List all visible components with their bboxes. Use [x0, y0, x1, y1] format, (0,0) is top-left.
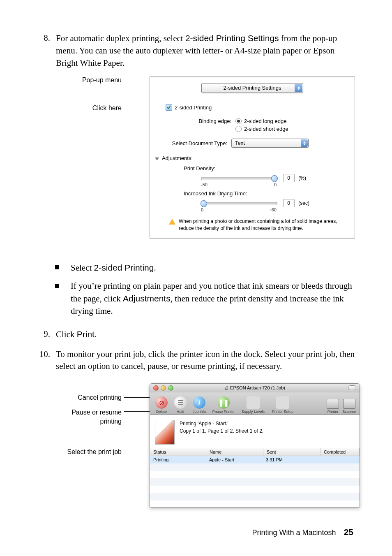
drying-time-unit: (sec) [298, 200, 309, 206]
callout-popup-menu: Pop-up menu [54, 76, 122, 84]
step-number: 8. [32, 32, 56, 69]
ui-term-print: Print [77, 329, 95, 339]
print-density-label: Print Density: [184, 165, 343, 171]
tick: -50 [201, 182, 208, 187]
text: . [95, 329, 97, 339]
printer-mode-button[interactable]: Printer [325, 399, 341, 414]
tick: 0 [274, 182, 277, 187]
print-settings-panel: 2-sided Printing Settings 2-sided Printi… [150, 76, 355, 238]
step-body: For automatic duplex printing, select 2-… [56, 32, 355, 69]
radio-short-edge-label: 2-sided short edge [244, 126, 288, 132]
window-title: EPSON Artisan 720 (1 Job) [230, 385, 285, 390]
drying-time-value[interactable]: 0 [283, 199, 295, 207]
ui-term-2sided-printing: 2-sided Printing [94, 263, 154, 272]
warning-text: When printing a photo or document contai… [179, 218, 343, 231]
bullet-adjustments: If you’re printing on plain paper and yo… [55, 280, 355, 317]
hold-button[interactable]: ☰Hold [171, 396, 189, 414]
step-number: 10. [32, 348, 56, 373]
cell-sent: 3:31 PM [263, 456, 319, 463]
col-sent[interactable]: Sent [263, 448, 321, 456]
bullet-icon [55, 284, 59, 288]
binding-edge-label: Binding edge: [166, 118, 231, 124]
cell-name: Apple - Start [206, 456, 263, 463]
tick: +60 [269, 207, 277, 212]
delete-button[interactable]: ⊘Delete [152, 396, 171, 414]
minimize-icon[interactable] [161, 385, 166, 391]
cell-status: Printing [150, 456, 206, 463]
cell-completed [319, 456, 360, 463]
printer-setup-button[interactable]: Printer Setup [268, 396, 297, 414]
popup-menu-select[interactable]: 2-sided Printing Settings [201, 83, 303, 93]
stepper-arrows-icon [301, 139, 308, 147]
callout-select-job: Select the print job [54, 447, 122, 456]
checkbox-2sided[interactable] [166, 104, 172, 111]
text: Select [71, 263, 94, 273]
close-icon[interactable] [153, 385, 159, 391]
radio-long-edge-label: 2-sided long edge [244, 118, 286, 124]
leader-line [124, 451, 150, 451]
bullet-icon [55, 265, 59, 269]
page-footer: Printing With a Macintosh 25 [252, 527, 353, 537]
step-number: 9. [32, 328, 56, 341]
window-titlebar: 🖨 EPSON Artisan 720 (1 Job) [150, 384, 360, 392]
radio-short-edge[interactable] [235, 126, 242, 132]
callout-pause-resume: Pause or resume printing [54, 408, 122, 426]
supply-levels-button[interactable]: Supply Levels [239, 396, 267, 414]
scanner-mode-button[interactable]: Scanner [341, 399, 357, 414]
bullet-select-2sided: Select 2-sided Printing. [55, 262, 355, 274]
queue-header: Status Name Sent Completed [150, 448, 360, 456]
figure-print-queue: Cancel printing Pause or resume printing… [54, 383, 355, 515]
callout-click-here: Click here [54, 104, 122, 112]
text: To monitor your print job, click the pri… [56, 348, 355, 373]
step-8: 8. For automatic duplex printing, select… [32, 32, 355, 69]
toolbar-toggle-icon[interactable] [348, 385, 356, 390]
step-10: 10. To monitor your print job, click the… [32, 348, 355, 373]
page-number: 25 [344, 527, 353, 537]
job-thumbnail [155, 420, 175, 445]
disclosure-triangle-icon[interactable] [155, 158, 159, 160]
doc-type-select[interactable]: Text [231, 139, 309, 148]
tick: 0 [201, 207, 203, 212]
print-density-slider[interactable] [201, 177, 277, 180]
stepper-arrows-icon [295, 84, 302, 92]
queue-row[interactable]: Printing Apple - Start 3:31 PM [150, 456, 360, 463]
callout-cancel: Cancel printing [54, 394, 122, 401]
leader-line [124, 80, 149, 80]
doc-type-label: Select Document Type: [166, 140, 227, 146]
col-name[interactable]: Name [206, 448, 263, 456]
queue-empty-rows [150, 463, 360, 507]
text: Click [56, 329, 77, 339]
warning-icon [169, 219, 175, 225]
print-queue-window: 🖨 EPSON Artisan 720 (1 Job) ⊘Delete ☰Hol… [150, 383, 360, 507]
print-density-unit: (%) [298, 175, 306, 181]
toolbar: ⊘Delete ☰Hold iJob Info ❚❚Pause Printer … [150, 392, 360, 415]
adjustments-label: Adjustments: [162, 155, 193, 161]
progress-line-2: Copy 1 of 1, Page 1 of 2, Sheet 1 of 2. [180, 427, 263, 435]
pause-printer-button[interactable]: ❚❚Pause Printer [209, 396, 238, 414]
radio-long-edge[interactable] [235, 118, 242, 124]
ui-term-2sided-settings: 2-sided Printing Settings [185, 33, 279, 43]
print-density-value[interactable]: 0 [283, 174, 295, 182]
text: . [154, 263, 156, 273]
progress-line-1: Printing 'Apple - Start.' [180, 420, 263, 427]
popup-menu-value: 2-sided Printing Settings [224, 85, 281, 91]
zoom-icon[interactable] [168, 385, 173, 391]
section-title: Printing With a Macintosh [252, 528, 336, 537]
step-9: 9. Click Print. [32, 328, 355, 341]
checkbox-label: 2-sided Printing [175, 104, 212, 111]
ui-term-adjustments: Adjustments [123, 294, 171, 303]
figure-print-settings: Pop-up menu Click here 2-sided Printing … [54, 76, 355, 245]
jobinfo-button[interactable]: iJob Info [190, 396, 208, 414]
drying-time-slider[interactable] [201, 202, 277, 205]
drying-time-label: Increased Ink Drying Time: [184, 190, 343, 197]
col-status[interactable]: Status [150, 448, 206, 456]
doc-type-value: Text [235, 140, 245, 146]
text: For automatic duplex printing, select [56, 33, 185, 43]
col-completed[interactable]: Completed [321, 448, 360, 456]
